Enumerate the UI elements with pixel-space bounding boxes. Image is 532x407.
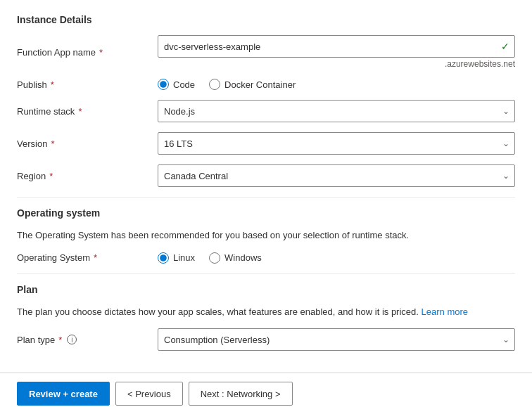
plan-learn-more-link[interactable]: Learn more xyxy=(422,306,468,317)
publish-code-label: Code xyxy=(173,79,195,90)
os-linux-radio[interactable] xyxy=(158,252,169,264)
publish-required-star: * xyxy=(51,79,54,90)
os-row: Operating System* Linux Windows xyxy=(17,252,515,264)
publish-docker-option[interactable]: Docker Container xyxy=(209,79,296,90)
os-label: Operating System* xyxy=(17,252,158,263)
version-control: 16 LTS 14 LTS 12 LTS ⌄ xyxy=(158,132,515,155)
operating-system-title: Operating system xyxy=(17,207,515,219)
publish-docker-label: Docker Container xyxy=(224,79,296,90)
region-control: Canada Central East US West US West Euro… xyxy=(158,164,515,187)
os-control: Linux Windows xyxy=(158,252,515,264)
plan-type-info-icon[interactable]: i xyxy=(67,335,77,344)
runtime-required-star: * xyxy=(78,106,82,117)
os-windows-label: Windows xyxy=(224,252,262,263)
runtime-stack-select[interactable]: Node.js .NET Java Python PowerShell Core… xyxy=(158,100,515,122)
version-select[interactable]: 16 LTS 14 LTS 12 LTS xyxy=(158,132,515,155)
region-select[interactable]: Canada Central East US West US West Euro… xyxy=(158,164,515,187)
function-app-name-control: ✓ .azurewebsites.net xyxy=(158,35,515,69)
runtime-stack-control: Node.js .NET Java Python PowerShell Core… xyxy=(158,100,515,122)
plan-type-label: Plan type* i xyxy=(17,335,158,345)
os-windows-option[interactable]: Windows xyxy=(209,252,262,264)
os-windows-radio[interactable] xyxy=(209,252,220,264)
required-star: * xyxy=(99,47,103,58)
publish-code-option[interactable]: Code xyxy=(158,79,195,90)
function-app-name-row: Function App name* ✓ .azurewebsites.net xyxy=(17,35,515,69)
check-icon: ✓ xyxy=(501,41,509,52)
instance-details-title: Instance Details xyxy=(17,14,515,25)
publish-radio-group: Code Docker Container xyxy=(158,79,515,90)
version-row: Version* 16 LTS 14 LTS 12 LTS ⌄ xyxy=(17,132,515,155)
divider-1 xyxy=(17,197,515,198)
plan-title: Plan xyxy=(17,284,515,295)
os-linux-option[interactable]: Linux xyxy=(158,252,195,264)
os-required-star: * xyxy=(94,252,97,263)
plan-type-required-star: * xyxy=(58,335,62,345)
os-linux-label: Linux xyxy=(173,252,195,263)
publish-label: Publish* xyxy=(17,79,158,90)
divider-2 xyxy=(17,273,515,274)
publish-control: Code Docker Container xyxy=(158,79,515,90)
region-label: Region* xyxy=(17,171,158,181)
region-row: Region* Canada Central East US West US W… xyxy=(17,164,515,187)
domain-hint: .azurewebsites.net xyxy=(158,59,515,69)
version-select-wrap: 16 LTS 14 LTS 12 LTS ⌄ xyxy=(158,132,515,155)
runtime-stack-label: Runtime stack* xyxy=(17,106,158,117)
os-radio-group: Linux Windows xyxy=(158,252,515,264)
next-networking-button[interactable]: Next : Networking > xyxy=(189,382,293,406)
previous-button[interactable]: < Previous xyxy=(115,382,183,406)
plan-type-select[interactable]: Consumption (Serverless) Functions Premi… xyxy=(158,328,515,351)
version-label: Version* xyxy=(17,138,158,149)
version-required-star: * xyxy=(51,138,54,149)
function-app-name-input[interactable] xyxy=(158,35,515,58)
plan-type-control: Consumption (Serverless) Functions Premi… xyxy=(158,328,515,351)
publish-code-radio[interactable] xyxy=(158,79,169,90)
region-required-star: * xyxy=(49,171,53,181)
plan-desc: The plan you choose dictates how your ap… xyxy=(17,305,515,319)
function-app-name-input-wrap: ✓ xyxy=(158,35,515,58)
publish-row: Publish* Code Docker Container xyxy=(17,79,515,90)
runtime-stack-select-wrap: Node.js .NET Java Python PowerShell Core… xyxy=(158,100,515,122)
footer-bar: Review + create < Previous Next : Networ… xyxy=(0,372,532,407)
operating-system-desc: The Operating System has been recommende… xyxy=(17,228,515,243)
runtime-stack-row: Runtime stack* Node.js .NET Java Python … xyxy=(17,100,515,122)
region-select-wrap: Canada Central East US West US West Euro… xyxy=(158,164,515,187)
publish-docker-radio[interactable] xyxy=(209,79,220,90)
review-create-button[interactable]: Review + create xyxy=(17,382,110,406)
main-content: Instance Details Function App name* ✓ .a… xyxy=(0,0,532,372)
function-app-name-label: Function App name* xyxy=(17,47,158,58)
plan-type-row: Plan type* i Consumption (Serverless) Fu… xyxy=(17,328,515,351)
plan-type-select-wrap: Consumption (Serverless) Functions Premi… xyxy=(158,328,515,351)
